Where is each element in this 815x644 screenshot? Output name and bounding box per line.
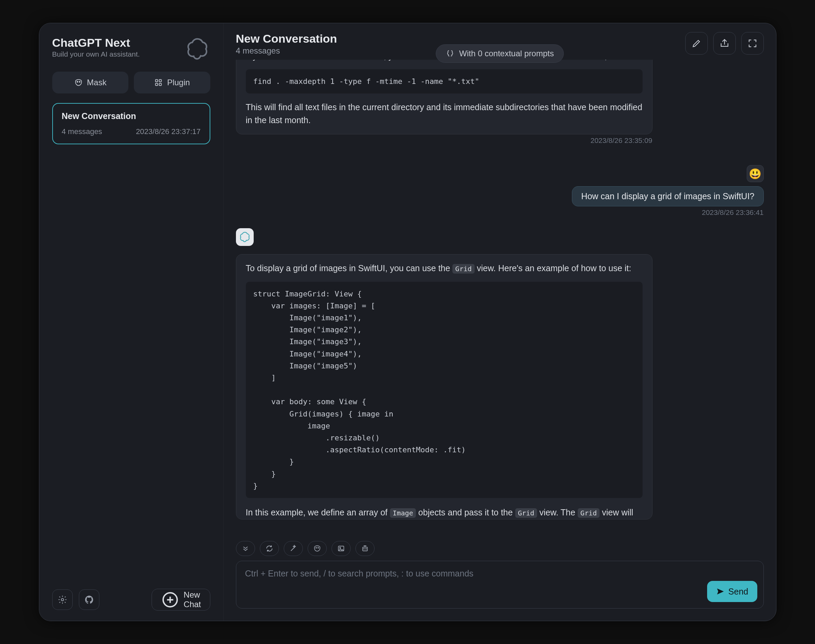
- edit-button[interactable]: [685, 32, 708, 55]
- chat-heading: New Conversation 4 messages: [236, 32, 337, 55]
- text-fragment: view will: [600, 508, 634, 517]
- text-line: e command, like this:: [560, 60, 640, 61]
- composer-toolbar: [236, 541, 764, 556]
- mask-button[interactable]: Mask: [52, 72, 129, 94]
- svg-rect-2: [156, 80, 158, 82]
- top-bar: New Conversation 4 messages With 0 conte…: [224, 23, 776, 60]
- send-button[interactable]: Send: [707, 581, 757, 602]
- composer-section: Send: [224, 541, 776, 621]
- message-input[interactable]: [245, 569, 755, 589]
- assistant-message-2: To display a grid of images in SwiftUI, …: [236, 254, 764, 520]
- footer-icons: [52, 589, 99, 610]
- sidebar-footer: New Chat: [52, 589, 210, 610]
- app-title: ChatGPT Next: [52, 36, 140, 49]
- mask-tool-button[interactable]: [308, 541, 327, 556]
- mask-icon: [74, 78, 83, 87]
- text-fragment: In this example, we define an array of: [246, 508, 390, 517]
- assistant-bubble: To display a grid of images in SwiftUI, …: [236, 254, 652, 520]
- conversation-title: New Conversation: [62, 111, 201, 121]
- conversation-msg-count: 4 messages: [62, 127, 102, 136]
- svg-point-14: [366, 549, 366, 549]
- assistant-text: To display a grid of images in SwiftUI, …: [246, 262, 643, 275]
- sidebar: ChatGPT Next Build your own AI assistant…: [39, 23, 224, 621]
- mask-label: Mask: [87, 78, 106, 87]
- text-fragment: view. Here's an example of how to use it…: [475, 263, 631, 273]
- refresh-icon: [265, 544, 274, 553]
- text-fragment: view. The: [537, 508, 578, 517]
- share-button[interactable]: [713, 32, 736, 55]
- inline-code: Image: [390, 508, 416, 518]
- svg-point-9: [318, 547, 318, 548]
- inline-code: Grid: [452, 264, 474, 274]
- user-message[interactable]: How can I display a grid of images in Sw…: [572, 186, 763, 206]
- expand-button[interactable]: [741, 32, 764, 55]
- assistant-message-1: This command will list all text files in…: [236, 60, 764, 145]
- share-icon: [720, 38, 730, 48]
- message-timestamp: 2023/8/26 23:35:09: [236, 136, 652, 145]
- svg-rect-4: [156, 83, 158, 86]
- main-panel: New Conversation 4 messages With 0 conte…: [224, 23, 776, 621]
- user-avatar: 😃: [747, 165, 764, 182]
- refresh-button[interactable]: [260, 541, 279, 556]
- app-subtitle: Build your own AI assistant.: [52, 50, 140, 58]
- composer: Send: [236, 561, 764, 609]
- context-prompt-pill[interactable]: With 0 contextual prompts: [436, 44, 564, 63]
- sidebar-tabs: Mask Plugin: [52, 72, 210, 94]
- plugin-button[interactable]: Plugin: [134, 72, 210, 94]
- svg-point-8: [315, 547, 316, 548]
- conversation-card[interactable]: New Conversation 4 messages 2023/8/26 23…: [52, 103, 210, 144]
- magic-wand-icon: [289, 544, 297, 553]
- scroll-down-button[interactable]: [236, 541, 255, 556]
- svg-rect-5: [160, 83, 162, 86]
- assistant-avatar: [236, 228, 254, 246]
- code-block[interactable]: find . -maxdepth 1 -type f -mtime -1 -na…: [246, 69, 643, 94]
- assistant-text: This will find all text files in the cur…: [246, 101, 643, 127]
- app-window: ChatGPT Next Build your own AI assistant…: [39, 23, 777, 621]
- plugin-icon: [154, 78, 163, 87]
- image-button[interactable]: [332, 541, 351, 556]
- new-chat-label: New Chat: [184, 590, 201, 609]
- messages-scroll: This command will list all text files in…: [236, 60, 764, 520]
- text-fragment: To display a grid of images in SwiftUI, …: [246, 263, 453, 273]
- openai-logo-icon: [185, 36, 210, 62]
- double-chevron-down-icon: [241, 544, 249, 553]
- new-chat-button[interactable]: New Chat: [152, 589, 210, 610]
- gear-icon: [58, 595, 67, 604]
- svg-point-1: [79, 81, 80, 82]
- text-line: If you want to exclude subdirectories, y…: [246, 60, 426, 61]
- send-label: Send: [728, 587, 748, 596]
- message-timestamp: 2023/8/26 23:36:41: [236, 209, 764, 216]
- send-icon: [716, 587, 725, 596]
- assistant-text-truncated: In this example, we define an array of I…: [246, 506, 643, 519]
- plus-circle-icon: [161, 590, 180, 609]
- plugin-label: Plugin: [167, 78, 190, 87]
- svg-rect-3: [160, 80, 162, 82]
- chat-title: New Conversation: [236, 32, 337, 45]
- robot-button[interactable]: [355, 541, 375, 556]
- github-button[interactable]: [79, 589, 99, 610]
- mask-icon: [313, 544, 321, 553]
- openai-logo-icon: [239, 231, 251, 243]
- inline-code: Grid: [578, 508, 600, 518]
- settings-button[interactable]: [52, 589, 73, 610]
- top-actions: [685, 32, 764, 55]
- svg-point-11: [339, 547, 340, 549]
- expand-icon: [747, 38, 758, 48]
- assistant-bubble: This command will list all text files in…: [236, 60, 652, 134]
- sidebar-header: ChatGPT Next Build your own AI assistant…: [52, 36, 210, 62]
- brain-icon: [446, 49, 454, 58]
- robot-icon: [361, 544, 369, 553]
- conversation-meta: 4 messages 2023/8/26 23:37:17: [62, 127, 201, 136]
- inline-code: Grid: [515, 508, 537, 518]
- conversation-timestamp: 2023/8/26 23:37:17: [136, 127, 201, 136]
- chat-subtitle: 4 messages: [236, 46, 337, 55]
- app-branding: ChatGPT Next Build your own AI assistant…: [52, 36, 140, 58]
- github-icon: [85, 595, 94, 604]
- pencil-icon: [691, 38, 702, 48]
- svg-point-0: [77, 81, 78, 82]
- messages-area[interactable]: This command will list all text files in…: [224, 60, 776, 541]
- code-block[interactable]: struct ImageGrid: View { var images: [Im…: [246, 282, 643, 498]
- svg-point-6: [61, 599, 63, 601]
- magic-button[interactable]: [284, 541, 303, 556]
- text-fragment: objects and pass it to the: [416, 508, 515, 517]
